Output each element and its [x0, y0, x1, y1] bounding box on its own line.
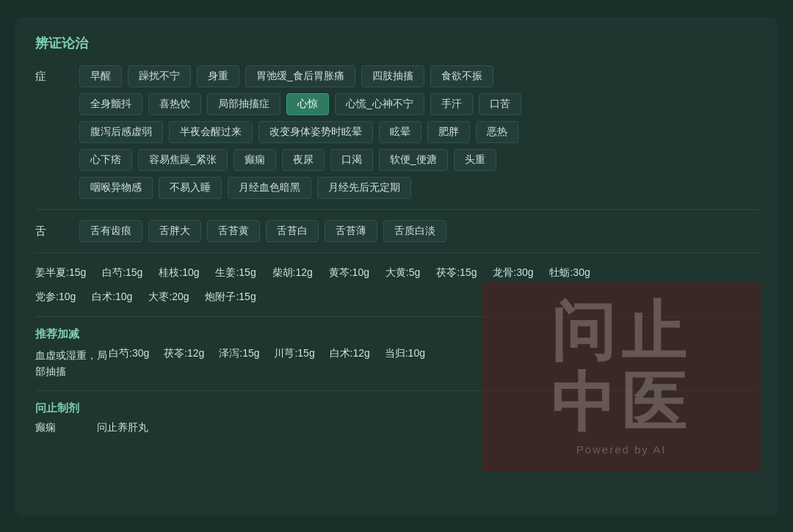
herb-sj: 生姜:15g [215, 266, 256, 278]
symptoms-section: 症 早醒 躁扰不宁 身重 胃弛缓_食后胃胀痛 四肢抽搐 食欲不振 全身颤抖 喜热… [35, 65, 758, 199]
zhizhi-medicine: 问止养肝丸 [97, 421, 148, 434]
divider2 [35, 252, 758, 253]
section-title: 辨证论治 [35, 34, 758, 52]
tongue-tags: 舌有齿痕 舌胖大 舌苔黄 舌苔白 舌苔薄 舌质白淡 [79, 220, 446, 242]
tag-shezhibaidan[interactable]: 舌质白淡 [383, 220, 446, 242]
herb-dh: 大黄:5g [385, 266, 420, 278]
tag-feipang[interactable]: 肥胖 [427, 121, 470, 143]
herb-jbx: 姜半夏:15g [35, 266, 86, 278]
recommend-title: 推荐加减 [35, 327, 758, 341]
tag-shemaobao[interactable]: 舌苔薄 [325, 220, 377, 242]
symptoms-row5: 咽喉异物感 不易入睡 月经血色暗黑 月经先后无定期 [79, 177, 758, 199]
tag-shenzhong[interactable]: 身重 [197, 65, 239, 87]
herb-pfz: 炮附子:15g [205, 291, 256, 302]
tag-yeniao[interactable]: 夜尿 [282, 149, 325, 171]
tag-quanshenzhan[interactable]: 全身颤抖 [79, 93, 142, 115]
tag-shemaohuang[interactable]: 舌苔黄 [207, 220, 260, 242]
tag-shechihen[interactable]: 舌有齿痕 [79, 220, 142, 242]
tongue-section: 舌 舌有齿痕 舌胖大 舌苔黄 舌苔白 舌苔薄 舌质白淡 [35, 220, 758, 242]
tag-xinhuangshenshen[interactable]: 心慌_心神不宁 [335, 93, 424, 115]
tag-touzhong[interactable]: 头重 [454, 149, 496, 171]
herb-hq: 黄芩:10g [329, 266, 369, 278]
tag-banye[interactable]: 半夜会醒过来 [169, 121, 253, 143]
herb-ds: 党参:10g [35, 291, 76, 302]
zhizhi-row: 癫痫 问止养肝丸 [35, 421, 758, 434]
tag-yuejingxue[interactable]: 月经血色暗黑 [228, 177, 311, 199]
tag-kouken[interactable]: 口渴 [330, 149, 373, 171]
tag-gaibianshenti[interactable]: 改变身体姿势时眩晕 [258, 121, 373, 143]
tag-buyiruishui[interactable]: 不易入睡 [159, 177, 222, 199]
tag-xireyin[interactable]: 喜热饮 [148, 93, 201, 115]
tag-xinxiapi[interactable]: 心下痞 [79, 149, 132, 171]
zhizhi-condition: 癫痫 [35, 421, 79, 434]
herb-lg: 龙骨:30g [493, 266, 533, 278]
divider3 [35, 316, 758, 317]
rherb-fl: 茯苓:12g [164, 347, 204, 359]
herb-ch: 柴胡:12g [272, 266, 313, 278]
tag-shemaobai[interactable]: 舌苔白 [266, 220, 319, 242]
recommend-row: 血虚或湿重，局部抽搐 白芍:30g 茯苓:12g 泽泻:15g 川芎:15g 白… [35, 347, 758, 380]
tag-xuanyun[interactable]: 眩晕 [379, 121, 421, 143]
tag-ruanbian[interactable]: 软便_便溏 [379, 149, 448, 171]
divider4 [35, 390, 758, 391]
tag-shiyubuze[interactable]: 食欲不振 [430, 65, 493, 87]
symptoms-label: 症 [35, 65, 79, 84]
tag-dianxian[interactable]: 癫痫 [233, 149, 276, 171]
tag-fuxie[interactable]: 腹泻后感虚弱 [79, 121, 163, 143]
herb-gz: 桂枝:10g [159, 266, 199, 278]
recommend-condition: 血虚或湿重，局部抽搐 [35, 347, 109, 380]
tag-yuejingxianhou[interactable]: 月经先后无定期 [317, 177, 411, 199]
recommend-herbs: 白芍:30g 茯苓:12g 泽泻:15g 川芎:15g 白术:12g 当归:10… [109, 347, 437, 360]
symptoms-row4: 心下痞 容易焦躁_紧张 癫痫 夜尿 口渴 软便_便溏 头重 [79, 149, 758, 171]
tag-ere[interactable]: 恶热 [476, 121, 518, 143]
herb-bs1: 白芍:15g [102, 266, 142, 278]
rherb-zx: 泽泻:15g [219, 347, 259, 359]
herb-bz: 白术:10g [92, 291, 132, 302]
herb-line1: 姜半夏:15g 白芍:15g 桂枝:10g 生姜:15g 柴胡:12g 黄芩:1… [35, 263, 758, 282]
tag-yanhouyi[interactable]: 咽喉异物感 [79, 177, 153, 199]
rherb-dg: 当归:10g [385, 347, 425, 359]
tag-rongyijiaozao[interactable]: 容易焦躁_紧张 [138, 149, 228, 171]
tag-kouku[interactable]: 口苦 [479, 93, 521, 115]
rherb-bz: 白术:12g [330, 347, 370, 359]
main-card: 辨证论治 症 早醒 躁扰不宁 身重 胃弛缓_食后胃胀痛 四肢抽搐 食欲不振 全身… [15, 17, 778, 516]
rherb-bs: 白芍:30g [109, 347, 149, 359]
tag-zaoxing[interactable]: 早醒 [79, 65, 122, 87]
herb-ml: 牡蛎:30g [549, 266, 590, 278]
tongue-label: 舌 [35, 220, 79, 238]
tag-zaoraobuning[interactable]: 躁扰不宁 [128, 65, 191, 87]
symptoms-row2: 全身颤抖 喜热饮 局部抽搐症 心惊 心慌_心神不宁 手汗 口苦 [79, 93, 758, 115]
symptoms-row3: 腹泻后感虚弱 半夜会醒过来 改变身体姿势时眩晕 眩晕 肥胖 恶热 [79, 121, 758, 143]
herb-dz: 大枣:20g [148, 291, 189, 302]
tag-sizhichou[interactable]: 四肢抽搐 [361, 65, 424, 87]
tag-xinjing[interactable]: 心惊 [286, 93, 329, 115]
herb-fl: 茯苓:15g [436, 266, 477, 278]
tag-jubuchousou[interactable]: 局部抽搐症 [207, 93, 280, 115]
divider1 [35, 209, 758, 210]
tag-weichihuan[interactable]: 胃弛缓_食后胃胀痛 [245, 65, 355, 87]
watermark-powered: Powered by AI [576, 443, 667, 456]
tag-shepangda[interactable]: 舌胖大 [148, 220, 201, 242]
herb-line2: 党参:10g 白术:10g 大枣:20g 炮附子:15g [35, 288, 758, 306]
zhizhi-title: 问止制剂 [35, 401, 758, 415]
symptoms-row1: 早醒 躁扰不宁 身重 胃弛缓_食后胃胀痛 四肢抽搐 食欲不振 [79, 65, 758, 87]
tag-shouhan[interactable]: 手汗 [430, 93, 473, 115]
rherb-cq: 川芎:15g [274, 347, 314, 359]
